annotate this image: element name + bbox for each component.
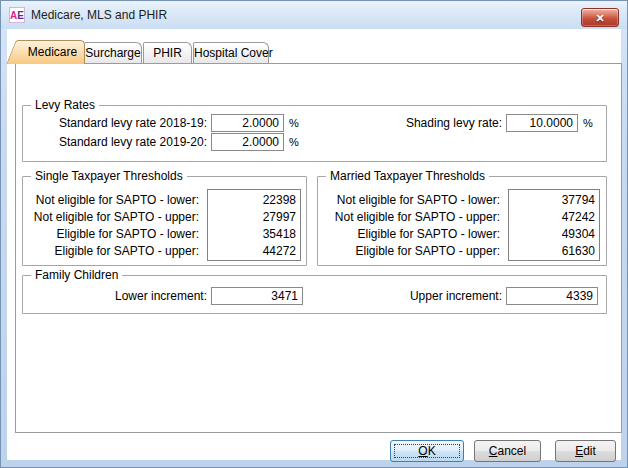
- married-threshold-values-box[interactable]: 37794 47242 49304 61630: [508, 189, 600, 261]
- row-upper-increment: Upper increment: 4339: [303, 287, 598, 305]
- input-standard-levy-2019-20[interactable]: 2.0000: [211, 133, 284, 151]
- cancel-button-label: ancel: [497, 444, 526, 458]
- row-lower-increment: Lower increment: 3471: [23, 287, 303, 305]
- app-icon: AE: [9, 7, 25, 23]
- input-standard-levy-2018-19[interactable]: 2.0000: [211, 114, 284, 132]
- value-single-not-eligible-upper[interactable]: 27997: [212, 209, 296, 226]
- row-shading-levy-rate: Shading levy rate: 10.0000 %: [283, 114, 593, 132]
- tab-hospital-cover-label: Hospital Cover: [194, 46, 273, 60]
- group-family-children: Family Children Lower increment: 3471 Up…: [22, 275, 607, 314]
- label-single-eligible-upper: Eligible for SAPTO - upper:: [23, 243, 203, 260]
- label-single-not-eligible-lower: Not eligible for SAPTO - lower:: [23, 192, 203, 209]
- group-married-thresholds: Married Taxpayer Thresholds Not eligible…: [317, 176, 607, 266]
- tab-surcharge[interactable]: Surcharge: [84, 42, 142, 64]
- group-levy-rates: Levy Rates Standard levy rate 2018-19: 2…: [22, 105, 607, 162]
- group-married-thresholds-title: Married Taxpayer Thresholds: [326, 169, 489, 183]
- group-single-thresholds-title: Single Taxpayer Thresholds: [31, 169, 187, 183]
- ok-button[interactable]: OK: [390, 440, 464, 462]
- value-married-eligible-upper[interactable]: 61630: [513, 243, 595, 260]
- value-single-not-eligible-lower[interactable]: 22398: [212, 192, 296, 209]
- label-single-eligible-lower: Eligible for SAPTO - lower:: [23, 226, 203, 243]
- label-single-not-eligible-upper: Not eligible for SAPTO - upper:: [23, 209, 203, 226]
- dialog-window: AE Medicare, MLS and PHIR ✕ Medicare Sur…: [0, 0, 628, 468]
- close-icon: ✕: [595, 12, 604, 24]
- dialog-client: Medicare Surcharge PHIR Hospital Cover L…: [7, 29, 621, 460]
- single-threshold-values-box[interactable]: 22398 27997 35418 44272: [207, 189, 301, 261]
- label-standard-levy-2019-20: Standard levy rate 2019-20:: [23, 135, 211, 149]
- input-lower-increment[interactable]: 3471: [211, 287, 303, 305]
- value-married-eligible-lower[interactable]: 49304: [513, 226, 595, 243]
- title-bar[interactable]: AE Medicare, MLS and PHIR ✕: [1, 1, 627, 29]
- close-button[interactable]: ✕: [581, 8, 619, 27]
- tab-hospital-cover[interactable]: Hospital Cover: [193, 42, 269, 64]
- label-lower-increment: Lower increment:: [23, 289, 211, 303]
- tab-surcharge-label: Surcharge: [85, 46, 140, 60]
- edit-button-accel: E: [575, 444, 583, 458]
- tab-medicare-label: Medicare: [28, 45, 77, 59]
- tab-phir-label: PHIR: [153, 46, 182, 60]
- percent-suffix: %: [583, 117, 593, 129]
- window-title: Medicare, MLS and PHIR: [31, 8, 167, 22]
- label-standard-levy-2018-19: Standard levy rate 2018-19:: [23, 116, 211, 130]
- label-married-not-eligible-lower: Not eligible for SAPTO - lower:: [318, 192, 504, 209]
- label-shading-levy-rate: Shading levy rate:: [283, 116, 506, 130]
- group-family-children-title: Family Children: [31, 268, 122, 282]
- ok-button-accel: O: [418, 444, 427, 458]
- tab-page-medicare: Levy Rates Standard levy rate 2018-19: 2…: [15, 63, 622, 433]
- single-threshold-labels: Not eligible for SAPTO - lower: Not elig…: [23, 192, 203, 260]
- label-married-eligible-lower: Eligible for SAPTO - lower:: [318, 226, 504, 243]
- value-single-eligible-upper[interactable]: 44272: [212, 243, 296, 260]
- label-married-eligible-upper: Eligible for SAPTO - upper:: [318, 243, 504, 260]
- input-upper-increment[interactable]: 4339: [506, 287, 598, 305]
- app-icon-letter-e: E: [17, 10, 24, 21]
- married-threshold-labels: Not eligible for SAPTO - lower: Not elig…: [318, 192, 504, 260]
- label-married-not-eligible-upper: Not eligible for SAPTO - upper:: [318, 209, 504, 226]
- edit-button-label: dit: [583, 444, 596, 458]
- group-levy-rates-title: Levy Rates: [31, 98, 99, 112]
- label-upper-increment: Upper increment:: [303, 289, 506, 303]
- ok-button-label: K: [428, 444, 436, 458]
- edit-button[interactable]: Edit: [555, 440, 616, 462]
- row-standard-levy-2019-20: Standard levy rate 2019-20: 2.0000 %: [23, 133, 299, 151]
- row-standard-levy-2018-19: Standard levy rate 2018-19: 2.0000 %: [23, 114, 299, 132]
- value-married-not-eligible-upper[interactable]: 47242: [513, 209, 595, 226]
- percent-suffix: %: [289, 136, 299, 148]
- group-single-thresholds: Single Taxpayer Thresholds Not eligible …: [22, 176, 307, 266]
- value-single-eligible-lower[interactable]: 35418: [212, 226, 296, 243]
- cancel-button[interactable]: Cancel: [474, 440, 541, 462]
- tab-phir[interactable]: PHIR: [143, 42, 192, 64]
- value-married-not-eligible-lower[interactable]: 37794: [513, 192, 595, 209]
- tab-medicare[interactable]: Medicare: [21, 40, 85, 64]
- app-icon-letter-a: A: [10, 10, 17, 21]
- input-shading-levy-rate[interactable]: 10.0000: [506, 114, 578, 132]
